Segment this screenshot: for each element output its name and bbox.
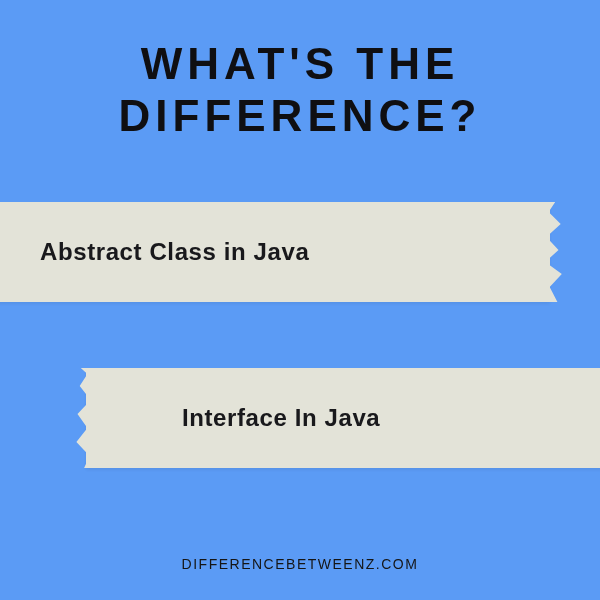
footer-watermark: DIFFERENCEBETWEENZ.COM	[0, 556, 600, 572]
tape-2-label: Interface In Java	[182, 404, 380, 432]
page-title: WHAT'S THE DIFFERENCE?	[0, 0, 600, 142]
tape-1-label: Abstract Class in Java	[40, 238, 309, 266]
heading-line-1: WHAT'S THE	[141, 39, 460, 88]
tape-strip-2: Interface In Java	[86, 368, 600, 468]
tape-strip-1: Abstract Class in Java	[0, 202, 550, 302]
heading-line-2: DIFFERENCE?	[119, 91, 482, 140]
